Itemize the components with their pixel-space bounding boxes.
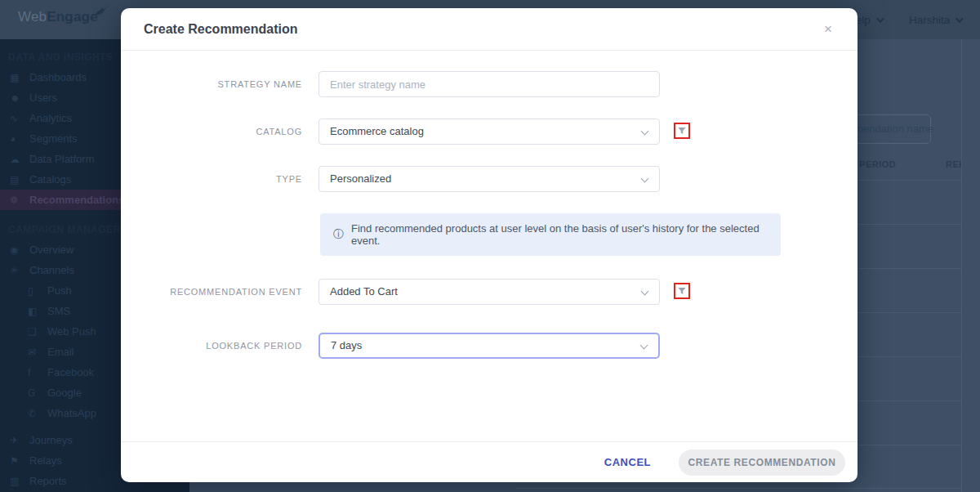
sidebar-item-label: Recommendations (28, 194, 124, 206)
whatsapp-icon: ✆ (28, 408, 46, 419)
journeys-icon: ✈ (10, 435, 28, 446)
lookback-period-value: 7 days (331, 339, 362, 351)
lookback-period-select[interactable]: 7 days (318, 333, 660, 359)
event-filter-annotation[interactable] (674, 283, 690, 299)
sms-icon: ◧ (28, 306, 46, 317)
sidebar-item-label: Catalogs (28, 173, 71, 186)
web-push-icon: ❑ (28, 326, 46, 338)
catalog-filter-annotation[interactable] (674, 123, 690, 139)
create-recommendation-modal: Create Recommendation × STRATEGY NAME CA… (121, 8, 858, 482)
sidebar-item-label: Segments (28, 132, 78, 145)
logo-text-web: Web (18, 9, 47, 25)
dashboards-icon: ▦ (10, 72, 28, 83)
modal-title: Create Recommendation (144, 8, 298, 51)
info-banner: ⓘ Find recommended products at user leve… (320, 213, 781, 256)
type-select[interactable]: Personalized (318, 166, 660, 192)
row-divider (516, 488, 961, 489)
catalog-value: Ecommerce catalog (330, 125, 424, 137)
sidebar-item-label: SMS (46, 305, 70, 317)
sidebar-item-label: Data Platform (28, 153, 94, 165)
type-label: TYPE (121, 166, 302, 192)
column-header-refresh-frequency: REFRESH FREQUENCY (946, 159, 962, 169)
cancel-button[interactable]: CANCEL (604, 456, 651, 468)
sidebar-item-label: WhatsApp (46, 407, 96, 419)
user-menu[interactable]: Harshita (909, 0, 961, 39)
strategy-name-input[interactable] (318, 71, 660, 97)
info-text: Find recommended products at user level … (351, 222, 781, 247)
sidebar-item-label: Relays (28, 454, 62, 467)
data-platform-icon: ☁ (10, 154, 28, 165)
app-root: WebEngage Help Harshita DATA AND INSIGHT… (0, 0, 980, 492)
users-icon: ☻ (10, 92, 28, 104)
sidebar-item-label: Email (46, 346, 74, 358)
type-value: Personalized (330, 172, 391, 185)
webengage-logo: WebEngage (18, 9, 98, 25)
sidebar-item-label: Channels (28, 264, 74, 276)
chevron-down-icon (641, 288, 649, 296)
channels-icon: ✳ (10, 265, 28, 276)
recommendation-event-select[interactable]: Added To Cart (318, 279, 660, 305)
reports-icon: ▥ (10, 476, 28, 487)
lookback-period-label: LOOKBACK PERIOD (121, 333, 302, 359)
chevron-down-icon (641, 175, 649, 183)
email-icon: ✉ (28, 347, 46, 358)
catalog-label: CATALOG (121, 119, 302, 145)
modal-titlebar: Create Recommendation × (121, 8, 858, 51)
catalogs-icon: ▤ (10, 174, 28, 186)
recommendations-icon: ❁ (10, 195, 28, 206)
segments-icon: ◕ (10, 133, 28, 145)
filter-funnel-icon (678, 127, 686, 135)
sidebar-item-label: Overview (28, 244, 74, 256)
relays-icon: ⚑ (10, 455, 28, 467)
recommendation-event-value: Added To Cart (330, 285, 398, 297)
analytics-icon: ∿ (10, 113, 28, 124)
sidebar-item-label: Facebook (46, 366, 94, 378)
logo-bird-icon (95, 4, 109, 16)
info-icon: ⓘ (333, 227, 344, 242)
google-icon: G (28, 387, 46, 399)
logo-text-engage: Engage (47, 9, 98, 25)
facebook-icon: f (28, 367, 46, 378)
sidebar-item-label: Push (46, 284, 72, 297)
filter-funnel-icon (678, 287, 686, 295)
close-icon[interactable]: × (820, 21, 836, 38)
sidebar-item-label: Journeys (28, 434, 73, 446)
chevron-down-icon (956, 15, 964, 23)
catalog-select[interactable]: Ecommerce catalog (318, 119, 660, 145)
strategy-name-label: STRATEGY NAME (121, 71, 302, 97)
chevron-down-icon (640, 342, 648, 350)
chevron-down-icon (876, 15, 884, 23)
sidebar-item-label: Analytics (28, 112, 72, 124)
modal-footer: CANCEL CREATE RECOMMENDATION (121, 441, 858, 482)
push-icon: ▯ (28, 285, 46, 297)
recommendation-event-label: RECOMMENDATION EVENT (121, 279, 302, 305)
chevron-down-icon (641, 127, 649, 136)
user-name: Harshita (909, 14, 950, 26)
sidebar-item-label: Dashboards (28, 71, 87, 83)
overview-icon: ◉ (10, 244, 28, 256)
sidebar-item-label: Google (46, 387, 82, 399)
sidebar-item-label: Reports (28, 475, 67, 487)
create-recommendation-button[interactable]: CREATE RECOMMENDATION (679, 450, 845, 476)
sidebar-item-label: Users (28, 92, 57, 104)
sidebar-item-label: Web Push (46, 325, 96, 338)
